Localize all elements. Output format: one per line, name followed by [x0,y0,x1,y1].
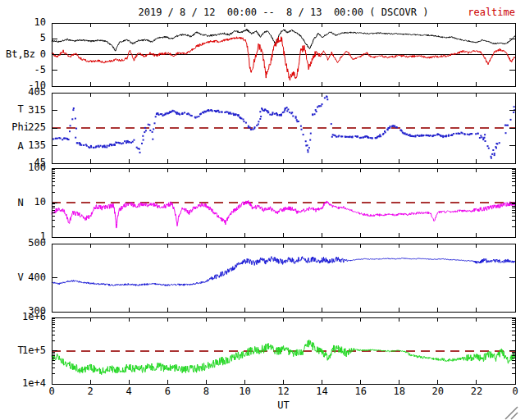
y-tick-label: 5 [2,32,46,43]
plot-canvas [0,0,525,420]
x-tick-label: 10 [234,386,255,397]
x-tick-label: 12 [273,386,294,397]
x-tick-label: 18 [389,386,410,397]
x-tick-label: 0 [41,386,62,397]
y-tick-label: 400 [2,272,46,283]
y-tick-label: 100 [2,162,46,173]
y-tick-label: 0 [2,48,46,60]
y-tick-label: 135 [2,139,46,151]
x-tick-label: 4 [118,386,139,397]
x-tick-label: 6 [157,386,178,397]
x-tick-label: 16 [350,386,372,397]
dscovr-solar-wind-plot: 2019 / 8 / 12 00:00 -- 8 / 13 00:00 ( DS… [0,0,525,420]
y-tick-label: 500 [2,237,46,249]
resize-handle-icon[interactable] [502,404,522,420]
y-tick-label: 1e+6 [2,311,46,322]
x-tick-label: 20 [427,386,449,397]
y-tick-label: 315 [2,104,46,116]
y-tick-label: 1e+5 [2,345,46,356]
y-tick-label: -5 [2,64,46,75]
y-tick-label: 10 [2,16,46,28]
x-tick-label: 2 [80,386,101,397]
x-tick-label: 0 [504,386,525,397]
y-tick-label: 10 [2,196,46,208]
y-tick-label: 1e+4 [2,377,46,389]
x-tick-label: 8 [195,386,217,397]
x-tick-label: 22 [466,386,487,397]
y-tick-label: 405 [2,86,46,98]
x-tick-label: 14 [312,386,333,397]
y-tick-label: 225 [2,121,46,133]
